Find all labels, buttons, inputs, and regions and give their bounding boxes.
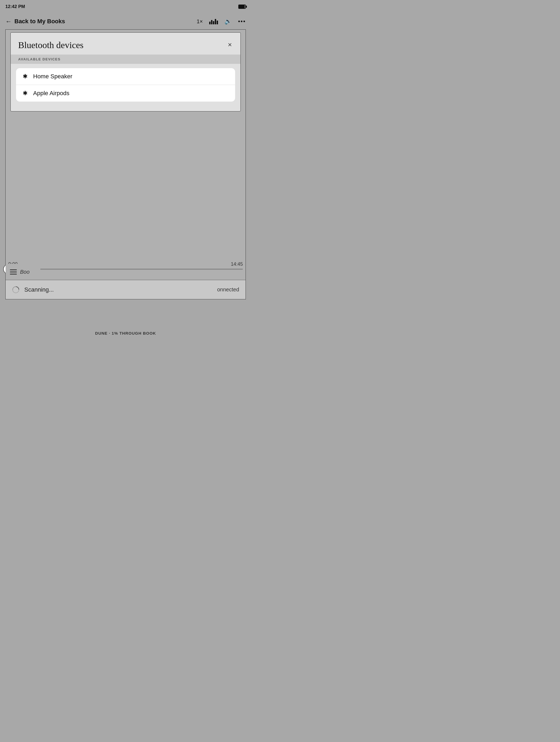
- bluetooth-icon-2: ✱: [21, 90, 29, 97]
- more-menu-button[interactable]: •••: [238, 18, 246, 25]
- nav-right: 1× 🔈 •••: [197, 18, 246, 25]
- modal-footer-bar: Scanning... onnected: [6, 280, 245, 299]
- book-nav-label: Boo: [20, 269, 30, 275]
- back-arrow-icon: ←: [5, 18, 12, 25]
- book-progress: DUNE · 1% THROUGH BOOK: [0, 331, 251, 336]
- bluetooth-icon-1: ✱: [21, 73, 29, 80]
- progress-area: 0:00 14:45: [6, 261, 245, 270]
- connected-label: onnected: [217, 286, 239, 293]
- menu-line-2: [10, 272, 17, 272]
- nav-bar: ← Back to My Books 1× 🔈 •••: [0, 13, 251, 30]
- menu-icon[interactable]: [10, 269, 17, 274]
- menu-line-3: [10, 274, 17, 274]
- available-devices-label: AVAILABLE DEVICES: [11, 55, 240, 64]
- time-end: 14:45: [231, 261, 243, 267]
- book-progress-text: DUNE · 1% THROUGH BOOK: [95, 331, 156, 335]
- menu-line-1: [10, 269, 17, 270]
- devices-list: ✱ Home Speaker ✱ Apple Airpods: [16, 68, 235, 102]
- progress-bar[interactable]: [8, 269, 243, 270]
- device-name-apple-airpods: Apple Airpods: [33, 90, 69, 97]
- battery-fill: [239, 5, 245, 8]
- modal-header: Bluetooth devices ×: [11, 33, 240, 55]
- chapters-icon[interactable]: [209, 18, 218, 24]
- device-item-apple-airpods[interactable]: ✱ Apple Airpods: [16, 85, 235, 102]
- scanning-spinner: [12, 286, 19, 294]
- bluetooth-modal: Bluetooth devices × AVAILABLE DEVICES ✱ …: [10, 32, 241, 111]
- content-area: Bluetooth devices × AVAILABLE DEVICES ✱ …: [5, 30, 246, 299]
- modal-title: Bluetooth devices: [18, 40, 83, 50]
- spinner-svg: [12, 286, 19, 294]
- close-button[interactable]: ×: [227, 40, 233, 49]
- book-nav-left: Boo: [6, 264, 40, 280]
- back-label: Back to My Books: [14, 18, 65, 25]
- status-time: 12:42 PM: [5, 4, 25, 9]
- speed-button[interactable]: 1×: [197, 18, 203, 24]
- scanning-text: Scanning...: [24, 286, 54, 293]
- page: 12:42 PM ← Back to My Books 1× 🔈 •••: [0, 0, 251, 342]
- battery-icon: [238, 5, 246, 9]
- time-labels: 0:00 14:45: [8, 261, 243, 267]
- back-button[interactable]: ← Back to My Books: [5, 18, 65, 25]
- device-item-home-speaker[interactable]: ✱ Home Speaker: [16, 68, 235, 85]
- volume-icon[interactable]: 🔈: [224, 18, 232, 25]
- status-bar: 12:42 PM: [0, 0, 251, 13]
- device-name-home-speaker: Home Speaker: [33, 73, 72, 80]
